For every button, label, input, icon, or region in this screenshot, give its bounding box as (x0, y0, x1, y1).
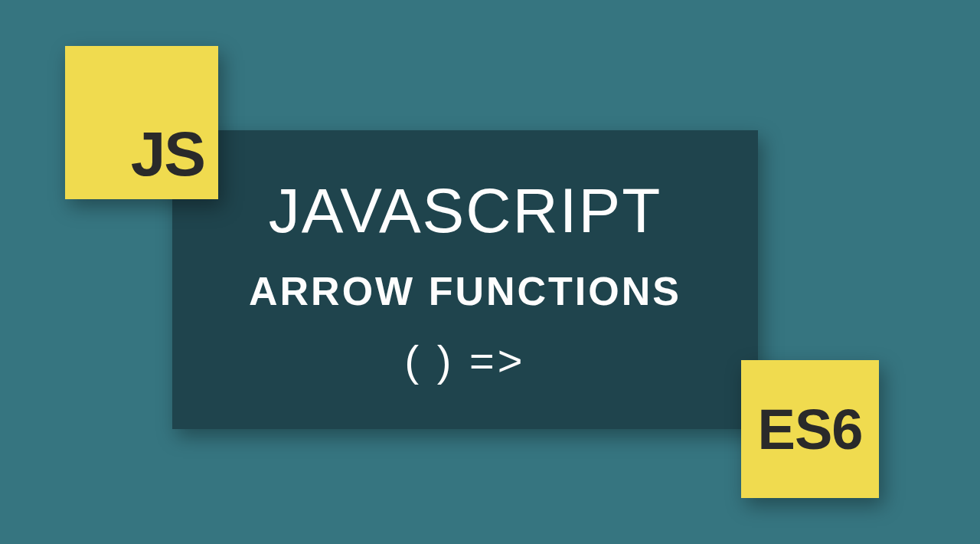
js-logo-text: JS (131, 118, 204, 190)
panel-title: JAVASCRIPT (269, 175, 662, 247)
title-panel: JAVASCRIPT ARROW FUNCTIONS ( ) => (172, 130, 758, 429)
es6-logo-text: ES6 (758, 397, 863, 462)
js-logo-badge: JS (65, 46, 218, 199)
panel-subtitle: ARROW FUNCTIONS (249, 268, 681, 314)
panel-code-snippet: ( ) => (405, 336, 526, 385)
es6-logo-badge: ES6 (741, 360, 879, 498)
